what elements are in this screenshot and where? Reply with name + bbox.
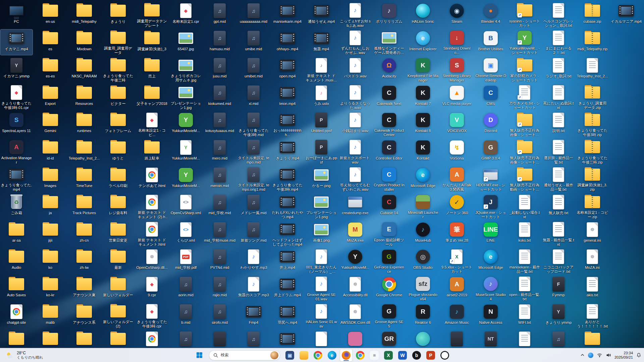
desktop-icon[interactable]: ごみ箱 bbox=[0, 193, 33, 219]
desktop-icon[interactable]: Y↗YukkuriMovieM... - ショートカット bbox=[508, 29, 541, 55]
desktop-icon[interactable]: プレゼンテーション1.jpg bbox=[170, 84, 202, 110]
desktop-icon[interactable]: イカマニ.mp4 bbox=[0, 29, 33, 55]
desktop-icon[interactable]: 無題のスコア.mp3 bbox=[237, 276, 270, 301]
desktop-icon[interactable]: chatgpt-site bbox=[0, 303, 33, 328]
desktop-icon[interactable]: ずんだもん_しおかぜふ..wav bbox=[339, 29, 371, 55]
desktop-icon[interactable]: Export bbox=[34, 84, 66, 110]
desktop-icon[interactable]: WIFI.txt bbox=[508, 303, 541, 328]
desktop-icon[interactable]: Gemini bbox=[34, 111, 66, 137]
desktop-icon[interactable]: X↗9.5.xlsx - ショートカット bbox=[441, 248, 473, 274]
desktop-icon[interactable]: KKontakt 8 bbox=[407, 111, 439, 137]
desktop-icon[interactable]: ko bbox=[34, 248, 66, 274]
desktop-icon[interactable]: midi_Telepathy.zip bbox=[576, 29, 608, 55]
desktop-icon[interactable]: 新規エクスポート.wav bbox=[339, 139, 371, 164]
desktop-icon[interactable]: GGIMP 3.0.4 bbox=[475, 139, 507, 164]
desktop-icon[interactable]: YYukkuriMovieM... bbox=[339, 248, 371, 274]
desktop-icon[interactable]: ビクター bbox=[102, 84, 134, 110]
taskbar-app-excel[interactable]: X bbox=[382, 349, 395, 362]
desktop-icon[interactable]: 画像1.png bbox=[305, 221, 337, 246]
wifi-icon[interactable] bbox=[597, 353, 602, 358]
taskbar-app-chrome[interactable] bbox=[312, 349, 324, 362]
desktop-icon[interactable]: ↗無人販売不正行為画像 - ショートカット bbox=[508, 139, 541, 164]
desktop-icon[interactable]: 名称未設定1 - コピー.zip bbox=[576, 193, 608, 219]
desktop-icon[interactable]: ♪新規 テキスト ドキュメント.musicxml bbox=[305, 57, 337, 82]
desktop-icon[interactable]: きょうり食ってた午後三時 bbox=[102, 57, 134, 82]
desktop-icon[interactable]: タイトル未設定, tempo.mid bbox=[237, 139, 270, 164]
taskbar-app-powerpoint[interactable]: P bbox=[424, 349, 437, 362]
desktop-icon[interactable]: ◎OBS Studio bbox=[407, 248, 439, 274]
desktop-icon[interactable]: PC bbox=[0, 2, 33, 27]
desktop-icon[interactable]: きょうり食ってた.mp4 bbox=[0, 166, 33, 192]
desktop-icon[interactable]: 調査練習(失敗)_3 bbox=[136, 29, 168, 55]
desktop-icon[interactable]: わかりやす.mp3 bbox=[237, 248, 270, 274]
desktop-icon[interactable]: CCubase 14 bbox=[373, 193, 405, 219]
desktop-icon[interactable]: <>くらび.xml bbox=[170, 221, 202, 246]
desktop-icon[interactable]: 無題.mp4 bbox=[305, 29, 337, 55]
desktop-icon[interactable]: cubase.zip bbox=[576, 2, 608, 27]
desktop-icon[interactable]: ラベル印刷 bbox=[102, 166, 134, 192]
desktop-icon[interactable]: ▲VLC media player bbox=[441, 84, 473, 110]
desktop-icon[interactable]: rajio.mid bbox=[204, 276, 236, 301]
desktop-icon[interactable]: ja bbox=[34, 193, 66, 219]
desktop-icon[interactable]: 説明.txt bbox=[542, 111, 575, 137]
desktop-icon[interactable]: TimeTune bbox=[68, 166, 100, 192]
taskbar-app-chatgpt[interactable] bbox=[438, 349, 451, 362]
desktop-icon[interactable]: ◆名称未設定1 - コピ... bbox=[136, 111, 168, 137]
desktop-icon[interactable]: ↗syasinn - ショートカット bbox=[508, 2, 541, 27]
desktop-icon[interactable]: ◆きょうり食ってた午後3時.cpr bbox=[136, 303, 168, 328]
desktop-icon[interactable]: 路上駐車 bbox=[136, 139, 168, 164]
taskbar-app-firefox[interactable] bbox=[340, 349, 353, 362]
desktop-icon[interactable]: 新しいフォルダー bbox=[102, 276, 134, 301]
desktop-icon[interactable]: 調査練習(失敗)_3.zip bbox=[576, 166, 608, 192]
desktop-icon[interactable]: 無題 - 親作品一覧.txt bbox=[542, 221, 575, 246]
desktop-icon[interactable]: Google Chrome bbox=[373, 276, 405, 301]
desktop-icon[interactable]: Auto Saves bbox=[0, 276, 33, 301]
desktop-icon[interactable]: Minecraft Launcher bbox=[407, 193, 439, 219]
desktop-icon[interactable]: きょうり食ってた午後三時.zip bbox=[576, 139, 608, 164]
desktop-icon[interactable]: manisekarin - 親作品一覧.txt bbox=[508, 248, 541, 274]
desktop-icon[interactable]: VVOICEVOX bbox=[441, 111, 473, 137]
desktop-icon[interactable]: ●Blender 4.4 bbox=[475, 2, 507, 27]
desktop-icon[interactable]: ☸OpenCvSharp.dll... bbox=[136, 248, 168, 274]
desktop-icon[interactable]: 選択肢 - 親作品一覧.txt bbox=[542, 139, 575, 164]
desktop-icon[interactable]: manisekarin.mp4 bbox=[271, 2, 304, 27]
desktop-icon[interactable]: SSteinberg Library Manager bbox=[441, 57, 473, 82]
desktop-icon[interactable]: jusu.mid bbox=[204, 57, 236, 82]
desktop-icon[interactable]: タイトル未設定, tempo.orig1.mid bbox=[237, 166, 270, 192]
desktop-icon[interactable]: ヘルスコンプレッション＿歌詞.txt bbox=[542, 2, 575, 27]
desktop-icon[interactable]: mero.mid bbox=[204, 139, 236, 164]
desktop-icon[interactable]: ↗家の防犯カメラ - ショートカット bbox=[508, 57, 541, 82]
desktop-icon[interactable]: <>OpenCvSharp.xml bbox=[170, 193, 202, 219]
desktop-icon[interactable]: 65407.jpg bbox=[170, 29, 202, 55]
desktop-icon[interactable]: きょうり食ってた午後3時.mp4 bbox=[271, 166, 304, 192]
desktop-icon[interactable]: メドレー風.mid bbox=[237, 193, 270, 219]
desktop-icon[interactable]: 答え知っててもむずいわこれ.wav bbox=[339, 166, 371, 192]
desktop-icon[interactable]: フォトフレーム bbox=[102, 111, 134, 137]
desktop-icon[interactable]: PUntitled.ppsf bbox=[305, 111, 337, 137]
desktop-icon[interactable]: 羽尻へ.mp4 bbox=[271, 303, 304, 328]
desktop-icon[interactable]: CController Editor bbox=[373, 139, 405, 164]
desktop-icon[interactable]: kiokumed.mid bbox=[204, 84, 236, 110]
desktop-icon[interactable]: Audio bbox=[0, 248, 33, 274]
desktop-icon[interactable]: ニコニコバックアップロード.txt bbox=[542, 248, 575, 274]
clock[interactable]: 23:34 2025/09/21 bbox=[614, 351, 633, 360]
desktop-icon[interactable]: KKontakt bbox=[407, 139, 439, 164]
desktop-icon[interactable]: YYukkuriMovieM... bbox=[170, 166, 202, 192]
taskbar-app-bandlab[interactable]: b bbox=[410, 349, 423, 362]
desktop-icon[interactable]: Images bbox=[34, 166, 66, 192]
desktop-icon[interactable]: YYukkuriMovieM... bbox=[170, 139, 202, 164]
desktop-icon[interactable]: 孤独なインディーゲーム開発者の一生... bbox=[373, 29, 405, 55]
desktop-icon[interactable]: ◆名称未設定1.cpr bbox=[170, 2, 202, 27]
taskbar-app-chrome-profile-2[interactable] bbox=[354, 349, 367, 362]
desktop-icon[interactable]: GGeForce Experience bbox=[373, 248, 405, 274]
desktop-icon[interactable]: アナウンス系 bbox=[68, 303, 100, 328]
desktop-icon[interactable]: J↗JQuake.exe - ショートカット bbox=[475, 193, 507, 219]
desktop-icon[interactable]: NKSC_PARAM bbox=[68, 57, 100, 82]
desktop-icon[interactable]: 新規 テキスト ドキュメント.html bbox=[136, 221, 168, 246]
desktop-icon[interactable]: きょうり_調査用データ.zip bbox=[576, 84, 608, 110]
taskbar-app-file-explorer[interactable] bbox=[298, 349, 310, 362]
desktop-icon[interactable]: ◉Steam bbox=[441, 2, 473, 27]
desktop-icon[interactable]: きょうり食ってた午後3時.zip bbox=[576, 111, 608, 137]
desktop-icon[interactable]: バスドラ.wav bbox=[339, 57, 371, 82]
desktop-icon[interactable]: ksks.txt bbox=[508, 221, 541, 246]
